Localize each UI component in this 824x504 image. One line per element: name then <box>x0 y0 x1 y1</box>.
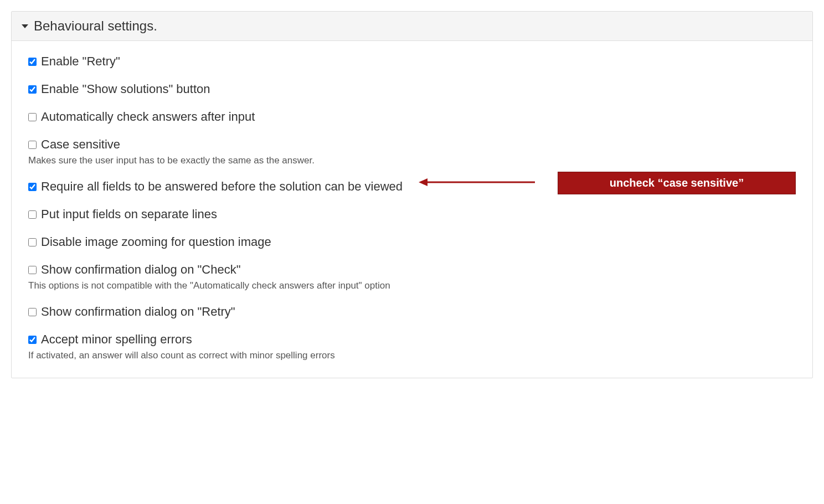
label-disable-zoom: Disable image zooming for question image <box>41 235 271 249</box>
checkbox-separate-lines[interactable] <box>28 210 37 219</box>
field-separate-lines: Put input fields on separate lines <box>28 207 796 222</box>
label-auto-check: Automatically check answers after input <box>41 110 255 124</box>
callout-case-sensitive-text: uncheck “case sensitive” <box>610 177 744 189</box>
checkbox-require-all[interactable] <box>28 183 37 191</box>
caret-down-icon <box>22 24 28 28</box>
panel-body: Enable "Retry" Enable "Show solutions" b… <box>12 41 812 378</box>
label-show-solutions: Enable "Show solutions" button <box>41 82 210 96</box>
label-enable-retry: Enable "Retry" <box>41 54 120 69</box>
field-case-sensitive: Case sensitive Makes sure the user input… <box>28 137 796 166</box>
label-case-sensitive: Case sensitive <box>41 137 120 152</box>
field-disable-zoom: Disable image zooming for question image <box>28 235 796 249</box>
checkbox-confirm-retry[interactable] <box>28 308 37 316</box>
behavioural-settings-panel: Behavioural settings. Enable "Retry" Ena… <box>11 11 813 378</box>
label-confirm-retry: Show confirmation dialog on "Retry" <box>41 305 235 319</box>
field-enable-retry: Enable "Retry" <box>28 54 796 69</box>
field-confirm-retry: Show confirmation dialog on "Retry" <box>28 305 796 319</box>
checkbox-disable-zoom[interactable] <box>28 238 37 246</box>
checkbox-accept-spelling[interactable] <box>28 336 37 344</box>
checkbox-confirm-check[interactable] <box>28 266 37 274</box>
label-confirm-check: Show confirmation dialog on "Check" <box>41 263 240 277</box>
field-accept-spelling: Accept minor spelling errors If activate… <box>28 332 796 361</box>
field-confirm-check: Show confirmation dialog on "Check" This… <box>28 263 796 291</box>
label-separate-lines: Put input fields on separate lines <box>41 207 217 222</box>
panel-title: Behavioural settings. <box>34 18 157 34</box>
desc-case-sensitive: Makes sure the user input has to be exac… <box>28 155 796 166</box>
panel-header[interactable]: Behavioural settings. <box>12 12 812 41</box>
desc-confirm-check: This options is not compatible with the … <box>28 280 796 291</box>
checkbox-enable-retry[interactable] <box>28 58 37 66</box>
label-require-all: Require all fields to be answered before… <box>41 179 403 194</box>
label-accept-spelling: Accept minor spelling errors <box>41 332 192 347</box>
checkbox-show-solutions[interactable] <box>28 85 37 94</box>
field-show-solutions: Enable "Show solutions" button <box>28 82 796 96</box>
callout-case-sensitive: uncheck “case sensitive” <box>558 172 796 194</box>
checkbox-case-sensitive[interactable] <box>28 141 37 149</box>
checkbox-auto-check[interactable] <box>28 113 37 121</box>
field-auto-check: Automatically check answers after input <box>28 110 796 124</box>
desc-accept-spelling: If activated, an answer will also count … <box>28 350 796 361</box>
